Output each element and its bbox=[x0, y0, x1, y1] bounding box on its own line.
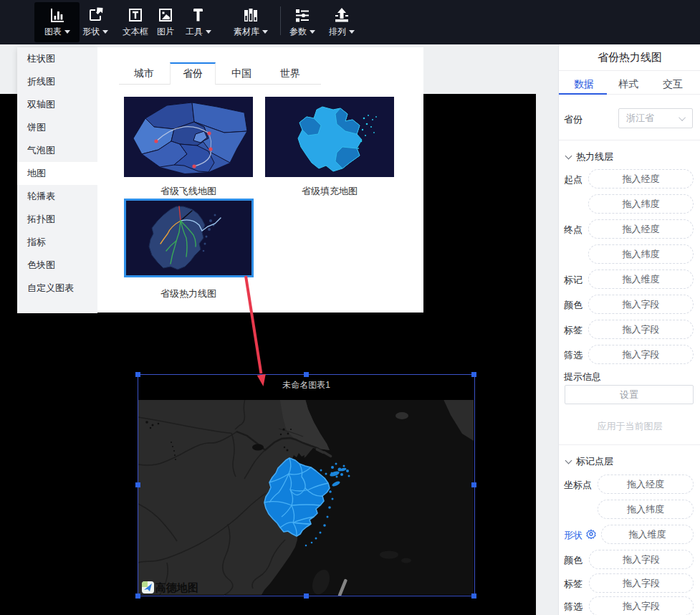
svg-text:高德地图: 高德地图 bbox=[155, 581, 198, 593]
